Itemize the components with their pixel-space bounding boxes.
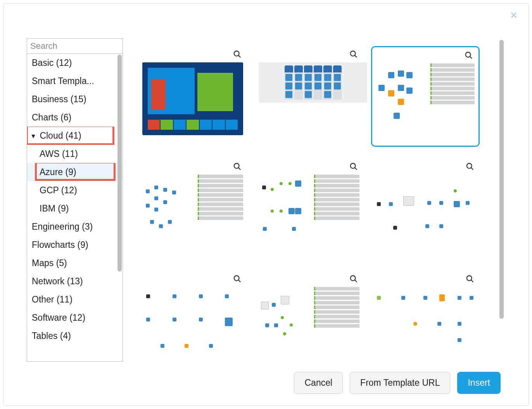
svg-point-8 — [234, 163, 239, 168]
category-cloud[interactable]: ▼ Cloud (41) — [27, 127, 123, 145]
cancel-button[interactable]: Cancel — [294, 372, 343, 394]
category-business[interactable]: Business (15) — [27, 90, 123, 108]
template-thumbnail — [259, 287, 359, 360]
grid-scrollbar[interactable] — [499, 40, 504, 319]
template-card[interactable] — [138, 158, 247, 259]
svg-point-6 — [466, 52, 471, 57]
svg-line-19 — [471, 280, 473, 282]
svg-point-4 — [351, 51, 356, 56]
magnify-icon[interactable] — [466, 162, 474, 171]
template-picker-dialog: × Basic (12) Smart Templa... Business (1… — [3, 3, 529, 406]
category-software[interactable]: Software (12) — [27, 309, 123, 327]
insert-button[interactable]: Insert — [457, 372, 501, 394]
magnify-icon[interactable] — [233, 162, 242, 171]
svg-line-17 — [355, 280, 357, 282]
category-cloud-label: Cloud (41) — [40, 131, 81, 141]
dialog-footer: Cancel From Template URL Insert — [3, 362, 529, 406]
svg-point-12 — [467, 163, 472, 168]
template-thumbnail — [375, 175, 476, 247]
close-button[interactable]: × — [508, 10, 519, 21]
template-card[interactable] — [371, 46, 480, 147]
category-azure-label: Azure (9) — [40, 167, 76, 177]
template-card[interactable] — [371, 271, 480, 362]
svg-line-3 — [238, 55, 241, 58]
svg-point-14 — [234, 276, 239, 281]
category-other[interactable]: Other (11) — [27, 290, 123, 309]
template-thumbnail — [376, 64, 475, 134]
category-network[interactable]: Network (13) — [27, 272, 123, 290]
magnify-icon[interactable] — [349, 162, 358, 171]
grid-inner — [131, 38, 505, 362]
template-card[interactable] — [255, 271, 363, 362]
svg-line-15 — [238, 280, 241, 282]
template-card[interactable] — [255, 158, 363, 259]
template-thumbnail — [259, 62, 367, 103]
category-aws[interactable]: AWS (11) — [27, 145, 123, 163]
magnify-icon[interactable] — [233, 50, 242, 58]
category-list: Basic (12) Smart Templa... Business (15)… — [27, 54, 123, 362]
template-card[interactable] — [371, 158, 480, 259]
svg-point-10 — [351, 163, 356, 168]
category-gcp[interactable]: GCP (12) — [27, 181, 123, 199]
svg-point-18 — [467, 276, 472, 281]
template-grid — [131, 38, 505, 362]
svg-point-2 — [234, 51, 239, 56]
svg-line-5 — [355, 55, 357, 58]
tree-collapse-icon[interactable]: ▼ — [30, 133, 37, 140]
svg-point-16 — [351, 276, 356, 281]
search-field-wrap — [27, 38, 123, 54]
content-area: Basic (12) Smart Templa... Business (15)… — [3, 38, 529, 362]
template-thumbnail — [259, 175, 359, 247]
magnify-icon[interactable] — [349, 275, 358, 283]
category-charts[interactable]: Charts (6) — [27, 108, 123, 127]
template-thumbnail — [142, 287, 243, 360]
template-card[interactable] — [138, 46, 247, 147]
category-tables[interactable]: Tables (4) — [27, 327, 123, 345]
svg-line-7 — [470, 57, 472, 59]
category-ibm[interactable]: IBM (9) — [27, 199, 123, 218]
category-azure[interactable]: Azure (9) — [27, 163, 123, 181]
template-card[interactable] — [255, 46, 363, 147]
search-input[interactable] — [30, 41, 137, 51]
sidebar: Basic (12) Smart Templa... Business (15)… — [27, 38, 123, 362]
template-thumbnail — [142, 175, 243, 247]
template-card[interactable] — [138, 271, 247, 362]
svg-line-9 — [238, 168, 241, 170]
category-engineering[interactable]: Engineering (3) — [27, 218, 123, 236]
svg-line-11 — [355, 168, 357, 170]
magnify-icon[interactable] — [233, 275, 242, 283]
svg-line-13 — [471, 168, 473, 170]
template-thumbnail — [375, 287, 476, 360]
magnify-icon[interactable] — [466, 275, 474, 283]
category-maps[interactable]: Maps (5) — [27, 254, 123, 272]
category-basic[interactable]: Basic (12) — [27, 54, 123, 72]
sidebar-scrollbar[interactable] — [117, 55, 122, 272]
category-flowcharts[interactable]: Flowcharts (9) — [27, 236, 123, 254]
category-smart-templates[interactable]: Smart Templa... — [27, 72, 123, 90]
template-thumbnail — [142, 62, 243, 135]
from-template-url-button[interactable]: From Template URL — [350, 372, 450, 394]
magnify-icon[interactable] — [349, 50, 358, 58]
magnify-icon[interactable] — [465, 51, 473, 60]
